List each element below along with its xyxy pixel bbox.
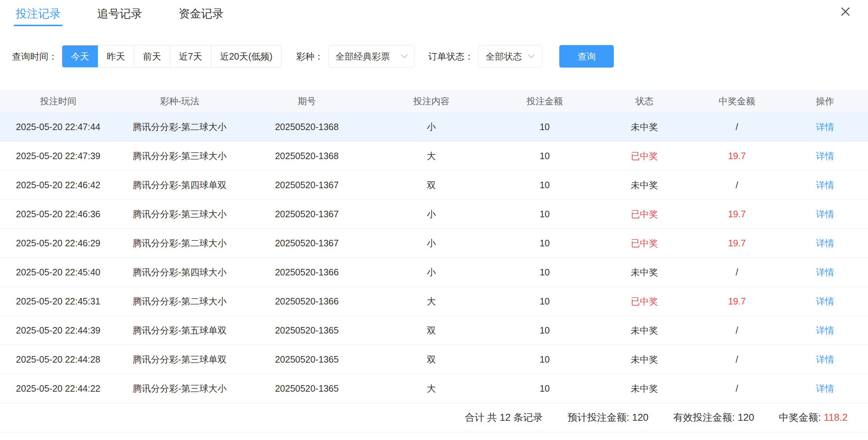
bet-content: 双 xyxy=(371,316,492,345)
status-text: 已中奖 xyxy=(597,199,692,229)
time-option-2[interactable]: 前天 xyxy=(134,45,170,67)
bet-content: 小 xyxy=(371,199,492,229)
issue-number: 20250520-1367 xyxy=(243,170,371,199)
detail-link[interactable]: 详情 xyxy=(816,354,834,364)
lottery-select-value: 全部经典彩票 xyxy=(335,51,390,62)
valid-bet-value: 120 xyxy=(738,412,754,423)
bet-amount: 10 xyxy=(492,199,597,229)
detail-link[interactable]: 详情 xyxy=(816,238,834,248)
tab-fund-records[interactable]: 资金记录 xyxy=(177,5,225,26)
game-play: 腾讯分分彩-第三球大小 xyxy=(116,199,243,229)
time-option-3[interactable]: 近7天 xyxy=(170,45,211,67)
bet-time: 2025-05-20 22:47:44 xyxy=(0,112,116,141)
table-row: 2025-05-20 22:46:42 腾讯分分彩-第四球单双 20250520… xyxy=(0,170,868,199)
prize-amount: / xyxy=(692,345,782,374)
query-button[interactable]: 查询 xyxy=(559,45,614,68)
status-text: 未中奖 xyxy=(597,170,692,199)
status-text: 未中奖 xyxy=(597,374,692,403)
filter-bar: 查询时间： 今天昨天前天近7天近20天(低频) 彩种： 全部经典彩票 订单状态：… xyxy=(12,45,868,68)
issue-number: 20250520-1365 xyxy=(243,345,371,374)
order-status-select-value: 全部状态 xyxy=(485,51,522,62)
chevron-down-icon xyxy=(401,54,408,59)
action-cell: 详情 xyxy=(782,170,868,199)
close-icon[interactable] xyxy=(840,6,851,17)
detail-link[interactable]: 详情 xyxy=(816,209,834,219)
issue-number: 20250520-1366 xyxy=(243,287,371,316)
detail-link[interactable]: 详情 xyxy=(816,296,834,306)
bet-content: 小 xyxy=(371,258,492,287)
action-cell: 详情 xyxy=(782,345,868,374)
tab-chase-records[interactable]: 追号记录 xyxy=(95,5,144,26)
prize-total-value: 118.2 xyxy=(824,412,848,423)
action-cell: 详情 xyxy=(782,229,868,258)
game-play: 腾讯分分彩-第四球大小 xyxy=(116,258,243,287)
bet-amount: 10 xyxy=(492,374,597,403)
detail-link[interactable]: 详情 xyxy=(816,325,834,335)
tab-betting-records[interactable]: 投注记录 xyxy=(14,5,63,26)
column-header: 投注时间 xyxy=(0,90,116,112)
detail-link[interactable]: 详情 xyxy=(816,383,834,393)
chevron-down-icon xyxy=(528,54,535,59)
order-status-select[interactable]: 全部状态 xyxy=(479,45,542,68)
prize-amount: 19.7 xyxy=(692,199,782,229)
detail-link[interactable]: 详情 xyxy=(816,122,834,132)
bet-time: 2025-05-20 22:46:29 xyxy=(0,229,116,258)
time-option-0[interactable]: 今天 xyxy=(62,45,98,67)
table-row: 2025-05-20 22:45:31 腾讯分分彩-第二球大小 20250520… xyxy=(0,287,868,316)
bet-time: 2025-05-20 22:44:28 xyxy=(0,345,116,374)
prize-amount: / xyxy=(692,374,782,403)
issue-number: 20250520-1367 xyxy=(243,199,371,229)
table-row: 2025-05-20 22:46:29 腾讯分分彩-第二球大小 20250520… xyxy=(0,229,868,258)
bet-content: 大 xyxy=(371,374,492,403)
bet-content: 小 xyxy=(371,229,492,258)
detail-link[interactable]: 详情 xyxy=(816,267,834,277)
table-header-row: 投注时间彩种-玩法期号投注内容投注金额状态中奖金额操作 xyxy=(0,90,868,112)
prize-total-label: 中奖金额: xyxy=(779,412,821,423)
tab-bar: 投注记录 追号记录 资金记录 xyxy=(0,0,868,26)
game-play: 腾讯分分彩-第二球大小 xyxy=(116,112,243,141)
bet-amount: 10 xyxy=(492,112,597,141)
bet-content: 大 xyxy=(371,141,492,170)
issue-number: 20250520-1368 xyxy=(243,112,371,141)
game-play: 腾讯分分彩-第四球单双 xyxy=(116,170,243,199)
action-cell: 详情 xyxy=(782,316,868,345)
valid-bet-total: 有效投注金额:120 xyxy=(673,411,754,424)
status-text: 未中奖 xyxy=(597,345,692,374)
column-header: 彩种-玩法 xyxy=(116,90,243,112)
time-option-1[interactable]: 昨天 xyxy=(98,45,134,67)
action-cell: 详情 xyxy=(782,141,868,170)
game-play: 腾讯分分彩-第三球大小 xyxy=(116,374,243,403)
expected-bet-total: 预计投注金额:120 xyxy=(568,411,649,424)
table-body: 2025-05-20 22:47:44 腾讯分分彩-第二球大小 20250520… xyxy=(0,112,868,403)
column-header: 操作 xyxy=(782,90,868,112)
game-play: 腾讯分分彩-第二球大小 xyxy=(116,287,243,316)
bet-content: 双 xyxy=(371,170,492,199)
prize-amount: 19.7 xyxy=(692,287,782,316)
lottery-select[interactable]: 全部经典彩票 xyxy=(328,45,415,68)
bet-content: 小 xyxy=(371,112,492,141)
action-cell: 详情 xyxy=(782,112,868,141)
table-row: 2025-05-20 22:44:22 腾讯分分彩-第三球大小 20250520… xyxy=(0,374,868,403)
prize-amount: 19.7 xyxy=(692,141,782,170)
bet-amount: 10 xyxy=(492,141,597,170)
betting-records-panel: 投注记录 追号记录 资金记录 查询时间： 今天昨天前天近7天近20天(低频) 彩… xyxy=(0,0,868,440)
prize-amount: / xyxy=(692,170,782,199)
prize-amount: / xyxy=(692,258,782,287)
bet-amount: 10 xyxy=(492,229,597,258)
status-text: 未中奖 xyxy=(597,112,692,141)
issue-number: 20250520-1365 xyxy=(243,316,371,345)
issue-number: 20250520-1365 xyxy=(243,374,371,403)
records-table: 投注时间彩种-玩法期号投注内容投注金额状态中奖金额操作 2025-05-20 2… xyxy=(0,90,868,403)
game-play: 腾讯分分彩-第二球大小 xyxy=(116,229,243,258)
status-text: 已中奖 xyxy=(597,287,692,316)
column-header: 期号 xyxy=(243,90,371,112)
bet-time: 2025-05-20 22:44:22 xyxy=(0,374,116,403)
detail-link[interactable]: 详情 xyxy=(816,151,834,161)
column-header: 状态 xyxy=(597,90,692,112)
table-row: 2025-05-20 22:46:36 腾讯分分彩-第三球大小 20250520… xyxy=(0,199,868,229)
time-option-4[interactable]: 近20天(低频) xyxy=(211,45,281,67)
expected-bet-value: 120 xyxy=(632,412,648,423)
bet-time: 2025-05-20 22:45:31 xyxy=(0,287,116,316)
detail-link[interactable]: 详情 xyxy=(816,180,834,190)
bet-time: 2025-05-20 22:44:39 xyxy=(0,316,116,345)
